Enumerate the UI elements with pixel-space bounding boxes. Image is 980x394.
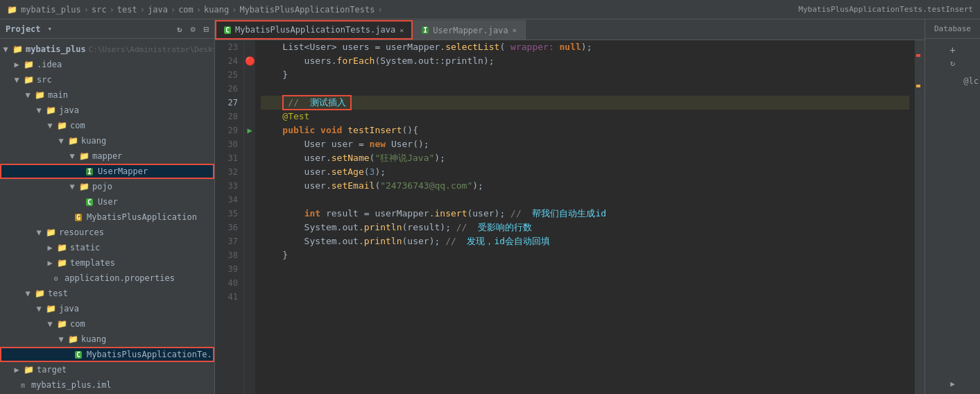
tree-item-test[interactable]: ▼ 📁 test <box>0 286 214 301</box>
tree-item-templates[interactable]: ▶ 📁 templates <box>0 255 214 271</box>
gutter-26 <box>244 82 255 96</box>
panel-header: Project ▾ ↻ ⚙ ⊟ <box>0 19 214 39</box>
code-line-28: @Test <box>261 110 909 123</box>
tree-item-static[interactable]: ▶ 📁 static <box>0 240 214 255</box>
breadcrumb-test[interactable]: test <box>117 5 137 15</box>
database-expand-icon[interactable]: ▶ <box>950 379 955 388</box>
code-line-24: users.forEach(System.out::println); <box>261 54 909 68</box>
line-num-31: 31 <box>215 151 243 165</box>
gutter-35 <box>244 207 255 221</box>
breakpoint-icon[interactable]: 🔴 <box>245 56 255 66</box>
line-num-25: 25 <box>215 68 243 82</box>
breadcrumb-bar: 📁 mybatis_plus › src › test › java › com… <box>0 0 980 19</box>
database-panel: Database + ↻ @lc ▶ <box>925 19 980 394</box>
tree-item-application-properties[interactable]: ⚙ application.properties <box>0 271 214 286</box>
line-numbers: 23 24 25 26 27 28 29 30 31 32 33 34 35 3… <box>215 40 244 394</box>
sync-icon[interactable]: ↻ <box>177 24 182 34</box>
code-line-31: user.setName("狂神说Java"); <box>261 151 909 165</box>
database-label[interactable]: Database <box>934 24 971 33</box>
run-icon[interactable]: ▶ <box>247 126 252 135</box>
gutter-36 <box>244 221 255 234</box>
database-toolbar: + ↻ <box>925 39 980 74</box>
tree-item-usermapper[interactable]: I UserMapper <box>0 164 214 179</box>
tab-bar: C MybatisPlusApplicationTests.java ✕ I U… <box>215 19 925 40</box>
breadcrumb-src[interactable]: src <box>92 5 107 15</box>
tree-item-kuang[interactable]: ▼ 📁 kuang <box>0 133 214 148</box>
code-line-30: User user = new User(); <box>261 137 909 151</box>
tree-item-idea[interactable]: ▶ 📁 .idea <box>0 57 214 72</box>
breadcrumb-kuang[interactable]: kuang <box>204 5 229 15</box>
code-line-40 <box>261 276 909 290</box>
gutter-34 <box>244 193 255 207</box>
code-line-26 <box>261 82 909 96</box>
code-line-27: // 测试插入 <box>261 96 909 110</box>
line-num-26: 26 <box>215 82 243 96</box>
tree-item-test-com[interactable]: ▼ 📁 com <box>0 316 214 332</box>
line-num-36: 36 <box>215 221 243 234</box>
line-num-38: 38 <box>215 248 243 262</box>
code-line-41 <box>261 290 909 304</box>
tree-item-test-java[interactable]: ▼ 📁 java <box>0 301 214 316</box>
line-num-29: 29 <box>215 123 243 137</box>
tree-item-mybatis-plus[interactable]: ▼ 📁 mybatis_plus C:\Users\Administrator\… <box>0 42 214 57</box>
gutter-38 <box>244 248 255 262</box>
code-area: 23 24 25 26 27 28 29 30 31 32 33 34 35 3… <box>215 40 925 394</box>
project-tree: ▼ 📁 mybatis_plus C:\Users\Administrator\… <box>0 39 214 394</box>
tree-item-src[interactable]: ▼ 📁 src <box>0 72 214 87</box>
tree-item-pojo[interactable]: ▼ 📁 pojo <box>0 179 214 194</box>
database-bottom-toolbar: ▶ <box>925 374 980 394</box>
database-add-icon[interactable]: + <box>928 44 977 55</box>
tree-item-resources[interactable]: ▼ 📁 resources <box>0 225 214 240</box>
database-collapse[interactable]: @lc <box>925 74 980 374</box>
line-num-33: 33 <box>215 179 243 193</box>
tree-item-mybatisplusapp[interactable]: G MybatisPlusApplication <box>0 209 214 225</box>
breadcrumb-folder-icon: 📁 <box>7 5 17 15</box>
line-num-30: 30 <box>215 137 243 151</box>
editor-main: C MybatisPlusApplicationTests.java ✕ I U… <box>215 19 925 394</box>
line-num-37: 37 <box>215 234 243 248</box>
tab-close-tests[interactable]: ✕ <box>399 26 404 34</box>
database-refresh-icon[interactable]: ↻ <box>928 58 977 68</box>
project-panel: Project ▾ ↻ ⚙ ⊟ ▼ 📁 mybatis_plus C:\User… <box>0 19 215 394</box>
tab-close-mapper[interactable]: ✕ <box>513 26 517 34</box>
tree-item-mapper[interactable]: ▼ 📁 mapper <box>0 148 214 164</box>
error-marker <box>916 54 920 57</box>
code-content[interactable]: List<User> users = userMapper.selectList… <box>255 40 915 394</box>
breadcrumb-classname[interactable]: MybatisPlusApplicationTests <box>239 5 375 15</box>
settings-icon[interactable]: ⚙ <box>191 24 196 34</box>
tab-label-mapper: UserMapper.java <box>433 26 508 35</box>
collapse-icon[interactable]: ⊟ <box>204 24 209 34</box>
editor-scrollbar[interactable] <box>915 40 925 394</box>
tab-usermapper[interactable]: I UserMapper.java ✕ <box>413 20 525 40</box>
gutter-31 <box>244 151 255 165</box>
line-num-39: 39 <box>215 262 243 276</box>
tree-item-java[interactable]: ▼ 📁 java <box>0 103 214 118</box>
tree-item-user[interactable]: C User <box>0 194 214 209</box>
tree-item-iml[interactable]: m mybatis_plus.iml <box>0 377 214 393</box>
panel-title: Project <box>6 24 41 34</box>
code-line-32: user.setAge(3); <box>261 165 909 179</box>
gutter-23 <box>244 40 255 54</box>
line-num-23: 23 <box>215 40 243 54</box>
breadcrumb-java[interactable]: java <box>148 5 168 15</box>
code-line-34 <box>261 193 909 207</box>
tree-item-mybatisplustests[interactable]: C MybatisPlusApplicationTe... <box>0 347 214 362</box>
gutter-39 <box>244 262 255 276</box>
gutter-30 <box>244 137 255 151</box>
breadcrumb-com[interactable]: com <box>178 5 194 15</box>
tab-file-icon-mapper: I <box>422 26 429 34</box>
breadcrumb-method: MybatisPlusApplicationTests.testInsert <box>798 5 973 14</box>
code-line-36: System.out.println(result); // 受影响的行数 <box>261 221 909 234</box>
gutter-41 <box>244 290 255 304</box>
tree-item-test-kuang[interactable]: ▼ 📁 kuang <box>0 332 214 347</box>
tree-item-target[interactable]: ▶ 📁 target <box>0 362 214 377</box>
gutter-27 <box>244 96 255 110</box>
tree-item-main[interactable]: ▼ 📁 main <box>0 87 214 103</box>
tab-label-tests: MybatisPlusApplicationTests.java <box>235 25 395 35</box>
breadcrumb-project[interactable]: mybatis_plus <box>21 5 81 15</box>
tab-mybatisplustests[interactable]: C MybatisPlusApplicationTests.java ✕ <box>215 20 413 40</box>
gutter-37 <box>244 234 255 248</box>
tree-item-com[interactable]: ▼ 📁 com <box>0 118 214 133</box>
gutter-24: 🔴 <box>244 54 255 68</box>
line-num-27: 27 <box>215 96 243 110</box>
